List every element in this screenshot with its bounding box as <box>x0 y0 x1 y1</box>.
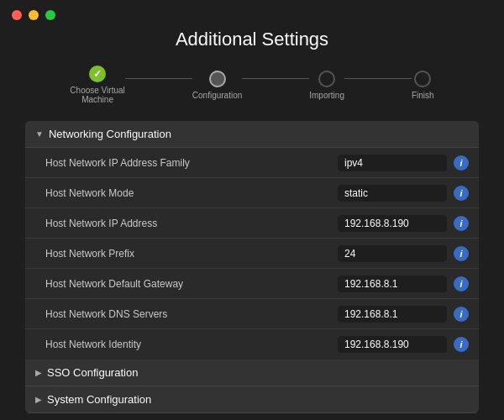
close-button[interactable] <box>12 10 22 20</box>
maximize-button[interactable] <box>45 10 55 20</box>
section-arrow-networking <box>35 129 44 139</box>
section-header-system[interactable]: System Configuration <box>25 386 479 413</box>
row-label: Host Network IP Address Family <box>45 157 338 169</box>
config-scroll[interactable]: Networking ConfigurationHost Network IP … <box>25 121 479 413</box>
table-row: Host Network Default Gateway192.168.8.1i <box>25 269 479 299</box>
section-label-networking: Networking Configuration <box>49 128 171 140</box>
info-icon[interactable]: i <box>454 337 469 352</box>
row-value-container: 24i <box>338 245 469 262</box>
row-label: Host Network DNS Servers <box>45 308 338 320</box>
row-value: 24 <box>338 245 447 262</box>
section-header-networking[interactable]: Networking Configuration <box>25 121 479 148</box>
row-label: Host Network Prefix <box>45 248 338 260</box>
step-line-1 <box>242 78 309 79</box>
row-value-container: statici <box>338 185 469 202</box>
row-value-container: 192.168.8.1i <box>338 276 469 292</box>
info-icon[interactable]: i <box>454 307 469 322</box>
minimize-button[interactable] <box>29 10 39 20</box>
page-title: Additional Settings <box>25 29 479 50</box>
info-icon[interactable]: i <box>454 276 469 291</box>
step-label-3: Finish <box>412 91 434 100</box>
row-value: ipv4 <box>338 155 447 171</box>
title-bar <box>0 0 504 25</box>
table-row: Host Network IP Address Familyipv4i <box>25 148 479 178</box>
window-content: Additional Settings Choose Virtual Machi… <box>0 25 504 420</box>
step-circle-1 <box>209 71 226 87</box>
row-label: Host Network Identity <box>45 339 338 350</box>
row-value: 192.168.8.1 <box>338 306 447 323</box>
step-circle-3 <box>414 71 431 87</box>
step-label-2: Importing <box>309 91 344 100</box>
row-label: Host Network Default Gateway <box>45 278 338 290</box>
row-value: 192.168.8.1 <box>338 276 447 292</box>
row-label: Host Network Mode <box>45 187 338 199</box>
row-value-container: 192.168.8.190i <box>338 336 469 353</box>
row-value-container: ipv4i <box>338 155 469 171</box>
row-label: Host Network IP Address <box>45 218 338 229</box>
step-circle-0 <box>89 66 106 82</box>
config-panel: Networking ConfigurationHost Network IP … <box>25 121 479 413</box>
step-line-2 <box>344 78 412 79</box>
info-icon[interactable]: i <box>454 246 469 261</box>
step-2: Importing <box>309 71 344 100</box>
section-arrow-system <box>35 395 42 404</box>
info-icon[interactable]: i <box>454 216 469 231</box>
info-icon[interactable]: i <box>454 186 469 201</box>
section-label-sso: SSO Configuration <box>47 366 138 379</box>
row-value: 192.168.8.190 <box>338 336 447 353</box>
section-label-system: System Configuration <box>47 393 151 406</box>
section-rows-networking: Host Network IP Address Familyipv4iHost … <box>25 148 479 360</box>
step-label-0: Choose Virtual Machine <box>70 86 124 104</box>
row-value: 192.168.8.190 <box>338 215 447 232</box>
row-value-container: 192.168.8.1i <box>338 306 469 323</box>
step-label-1: Configuration <box>192 91 242 100</box>
info-icon[interactable]: i <box>454 155 469 171</box>
stepper: Choose Virtual MachineConfigurationImpor… <box>25 66 479 104</box>
step-3: Finish <box>412 71 434 100</box>
step-0: Choose Virtual Machine <box>70 66 124 104</box>
row-value-container: 192.168.8.190i <box>338 215 469 232</box>
table-row: Host Network Modestatici <box>25 178 479 208</box>
section-header-sso[interactable]: SSO Configuration <box>25 360 479 386</box>
row-value: static <box>338 185 447 202</box>
table-row: Host Network IP Address192.168.8.190i <box>25 208 479 239</box>
table-row: Host Network Prefix24i <box>25 239 479 269</box>
table-row: Host Network Identity192.168.8.190i <box>25 329 479 360</box>
step-line-0 <box>125 78 192 79</box>
section-arrow-sso <box>35 368 42 377</box>
step-1: Configuration <box>192 71 242 100</box>
step-circle-2 <box>318 71 335 87</box>
table-row: Host Network DNS Servers192.168.8.1i <box>25 299 479 329</box>
